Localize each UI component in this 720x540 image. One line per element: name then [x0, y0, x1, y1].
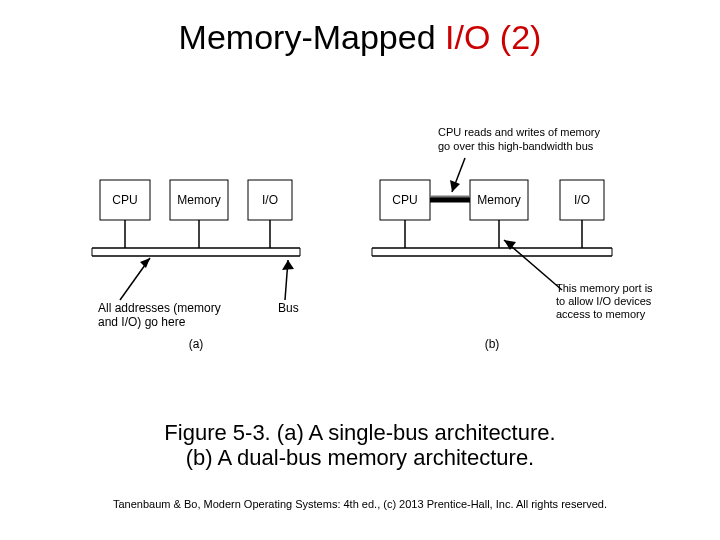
b-box-cpu-label: CPU	[392, 193, 417, 207]
diagram-b: CPU Memory I/O CP	[372, 126, 653, 351]
title-part-red: I/O (2)	[445, 18, 541, 56]
b-sublabel: (b)	[485, 337, 500, 351]
a-note-line2: and I/O) go here	[98, 315, 186, 329]
svg-marker-11	[282, 260, 294, 270]
caption-line2: (b) A dual-bus memory architecture.	[0, 445, 720, 470]
a-sublabel: (a)	[189, 337, 204, 351]
a-box-memory-label: Memory	[177, 193, 220, 207]
diagram-stage: CPU Memory I/O All addresses (memory	[0, 110, 720, 370]
diagram-a: CPU Memory I/O All addresses (memory	[92, 180, 300, 351]
b-sidenote-line3: access to memory	[556, 308, 646, 320]
figure-caption: Figure 5-3. (a) A single-bus architectur…	[0, 420, 720, 471]
b-topnote-line1: CPU reads and writes of memory	[438, 126, 600, 138]
a-box-cpu-label: CPU	[112, 193, 137, 207]
a-box-io-label: I/O	[262, 193, 278, 207]
b-sidenote-line2: to allow I/O devices	[556, 295, 652, 307]
diagram-svg: CPU Memory I/O All addresses (memory	[0, 110, 720, 370]
a-bus-label: Bus	[278, 301, 299, 315]
b-sidenote-line1: This memory port is	[556, 282, 653, 294]
svg-marker-24	[450, 180, 460, 192]
caption-line1: Figure 5-3. (a) A single-bus architectur…	[0, 420, 720, 445]
title-part-1: Memory-Mapped	[179, 18, 445, 56]
slide-title: Memory-Mapped I/O (2)	[0, 18, 720, 57]
b-box-io-label: I/O	[574, 193, 590, 207]
b-topnote-line2: go over this high-bandwidth bus	[438, 140, 594, 152]
copyright-footer: Tanenbaum & Bo, Modern Operating Systems…	[0, 498, 720, 510]
b-box-memory-label: Memory	[477, 193, 520, 207]
a-note-line1: All addresses (memory	[98, 301, 221, 315]
svg-marker-10	[140, 258, 150, 268]
